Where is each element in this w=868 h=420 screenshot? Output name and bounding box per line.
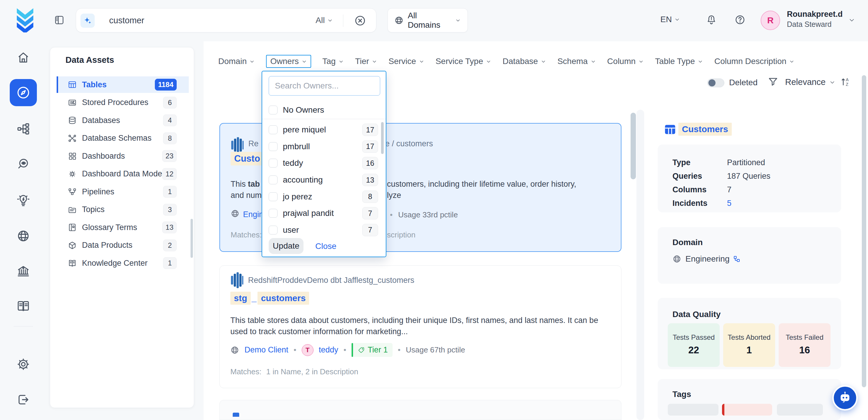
sort-dropdown[interactable]: Relevance	[785, 77, 836, 87]
asset-item-topics[interactable]: Topics 3	[50, 201, 194, 219]
checkbox[interactable]	[269, 209, 278, 218]
search-input[interactable]	[109, 8, 304, 32]
filter-chip[interactable]: Column	[607, 55, 644, 68]
asset-item-stored-procedures[interactable]: Stored Procedures 6	[50, 94, 194, 112]
settings-gear-icon[interactable]	[17, 357, 30, 371]
owner-link[interactable]: teddy	[319, 346, 338, 355]
notifications-bell-icon[interactable]	[706, 14, 717, 25]
clear-search-icon[interactable]	[354, 14, 366, 27]
owner-avatar[interactable]: T	[302, 344, 313, 356]
openmetadata-logo[interactable]	[14, 8, 36, 32]
nav-explore-active[interactable]	[10, 79, 37, 106]
panel-entity-title[interactable]: Customers	[678, 123, 732, 136]
owner-option[interactable]: accounting 13	[262, 172, 386, 188]
breadcrumb-segment[interactable]: Demo dbt Jaffle	[307, 276, 363, 284]
asset-item-pipelines[interactable]: Pipelines 1	[50, 183, 194, 201]
user-menu-chevron-icon[interactable]	[848, 17, 855, 24]
filter-chip[interactable]: Service	[389, 55, 424, 68]
nav-govern-icon[interactable]	[17, 265, 30, 278]
results-scrollbar-track[interactable]	[637, 110, 644, 420]
filter-chip[interactable]: Tier	[355, 55, 377, 68]
close-button[interactable]: Close	[315, 242, 337, 251]
panel-scrollbar-thumb[interactable]	[190, 219, 193, 258]
domain-link[interactable]: Engin	[243, 210, 264, 219]
filter-chip[interactable]: Domain	[218, 55, 255, 68]
tests-passed-tile[interactable]: Tests Passed 22	[668, 323, 720, 367]
filter-chip[interactable]: Service Type	[436, 55, 491, 68]
sort-az-icon[interactable]: A Z	[840, 76, 851, 87]
nav-home-icon[interactable]	[17, 51, 30, 64]
tests-failed-tile[interactable]: Tests Failed 16	[779, 323, 831, 367]
nav-domains-icon[interactable]	[17, 229, 30, 243]
user-avatar[interactable]: R	[761, 11, 780, 30]
nav-insights-icon[interactable]	[17, 193, 30, 207]
owner-option[interactable]: jo perez 8	[262, 188, 386, 205]
asset-item-dashboard-data-models[interactable]: Dashboard Data Models 12	[50, 165, 194, 183]
deleted-toggle[interactable]	[707, 79, 724, 87]
filter-chip[interactable]: Column Description	[714, 55, 795, 68]
breadcrumb-segment[interactable]: RedshiftProd	[248, 276, 294, 284]
logout-icon[interactable]	[17, 393, 30, 407]
checkbox[interactable]	[269, 176, 278, 184]
asset-item-knowledge-center[interactable]: Knowledge Center 1	[50, 254, 194, 272]
sidebar-toggle-icon[interactable]	[54, 15, 65, 25]
tag-chip[interactable]	[668, 404, 718, 416]
owner-option[interactable]: prajwal pandit 7	[262, 205, 386, 222]
asset-item-tables[interactable]: Tables 1184	[50, 76, 194, 94]
owner-option[interactable]: pmbrull 17	[262, 138, 386, 155]
asset-item-glossary-terms[interactable]: Glossary Terms 13	[50, 218, 194, 237]
asset-item-dashboards[interactable]: Dashboards 23	[50, 147, 194, 165]
results-scrollbar-thumb[interactable]	[630, 113, 636, 179]
owner-option[interactable]: pere miquel 17	[262, 121, 386, 138]
breadcrumb[interactable]: RedshiftProddevDemo dbt Jafflestg_custom…	[248, 276, 414, 285]
breadcrumb-fragment-right[interactable]: e / customers	[385, 139, 433, 148]
nav-discovery-icon[interactable]	[17, 157, 30, 171]
nav-flow-icon[interactable]	[17, 122, 30, 136]
chat-bot-button[interactable]	[832, 385, 858, 411]
asset-item-data-products[interactable]: Data Products 2	[50, 237, 194, 254]
checkbox[interactable]	[269, 125, 278, 134]
ai-sparkle-icon[interactable]	[81, 13, 95, 28]
filter-chip[interactable]: Database	[503, 55, 546, 68]
result-card-stg-customers[interactable]: RedshiftProddevDemo dbt Jafflestg_custom…	[219, 266, 621, 388]
all-domains-dropdown[interactable]: All Domains	[388, 8, 468, 32]
checkbox[interactable]	[269, 226, 278, 235]
owner-option[interactable]: teddy 16	[262, 155, 386, 172]
page-scrollbar-thumb[interactable]	[862, 75, 866, 387]
nav-knowledge-icon[interactable]	[17, 299, 30, 313]
tag-chip[interactable]	[777, 404, 823, 416]
breadcrumb-segment[interactable]: dev	[294, 276, 307, 284]
asset-item-database-schemas[interactable]: Database Schemas 8	[50, 129, 194, 148]
tag-chip-tier[interactable]	[722, 404, 772, 416]
checkbox[interactable]	[269, 106, 278, 115]
hierarchy-link-icon[interactable]	[734, 256, 740, 262]
owner-option[interactable]: user 7	[262, 222, 386, 239]
domain-link[interactable]: Demo Client	[245, 346, 288, 355]
filter-chip[interactable]: Table Type	[655, 55, 703, 68]
dropdown-scrollbar-thumb[interactable]	[381, 122, 384, 154]
tests-aborted-tile[interactable]: Tests Aborted 1	[723, 323, 775, 367]
global-search-bar[interactable]: All	[76, 8, 376, 32]
filter-chip[interactable]: Schema	[557, 55, 596, 68]
checkbox[interactable]	[269, 142, 278, 151]
update-button[interactable]: Update	[269, 238, 304, 254]
breadcrumb-segment[interactable]: stg_customers	[363, 276, 414, 284]
domain-value[interactable]: Engineering	[685, 254, 730, 264]
filter-chip[interactable]: Owners	[266, 55, 311, 68]
result-title[interactable]: stg _ customers	[230, 292, 309, 305]
result-title[interactable]: Custo	[230, 152, 264, 166]
search-scope-dropdown[interactable]: All	[316, 16, 333, 25]
svg-text:A: A	[846, 77, 849, 82]
language-selector[interactable]: EN	[660, 15, 680, 24]
result-card-partial[interactable]	[219, 400, 621, 420]
help-icon[interactable]	[734, 14, 746, 25]
owners-search-input[interactable]	[269, 76, 380, 96]
checkbox[interactable]	[269, 192, 278, 201]
checkbox[interactable]	[269, 159, 278, 168]
asset-item-databases[interactable]: Databases 4	[50, 112, 194, 129]
filter-funnel-icon[interactable]	[768, 76, 779, 87]
filter-chip[interactable]: Tag	[322, 55, 344, 68]
tier-badge[interactable]: Tier 1	[351, 343, 393, 357]
owner-option[interactable]: No Owners	[262, 101, 386, 119]
breadcrumb-fragment-left[interactable]: Re	[248, 139, 259, 148]
